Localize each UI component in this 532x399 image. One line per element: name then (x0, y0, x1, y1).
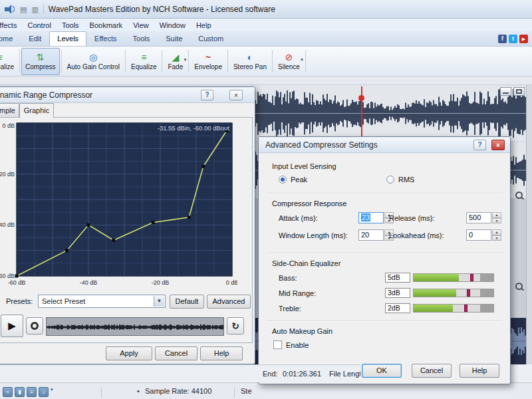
slider-handle[interactable] (467, 289, 470, 297)
play-button[interactable] (1, 315, 23, 337)
tab-custom[interactable]: Custom (190, 31, 231, 46)
status-list-icon[interactable] (27, 387, 37, 397)
svg-text:0 dB: 0 dB (226, 279, 237, 286)
normalize-button[interactable]: Normalize (0, 48, 18, 75)
wavepad-window: ▤ ▥ WavePad Masters Edition by NCH Softw… (0, 0, 532, 399)
menu-help[interactable]: Help (191, 20, 217, 31)
envelope-button[interactable]: Envelope (190, 48, 226, 75)
tab-effects[interactable]: Effects (86, 31, 124, 46)
facebook-icon[interactable] (498, 35, 507, 43)
zoom-icon[interactable] (515, 282, 524, 291)
equalize-button[interactable]: Equalize (127, 48, 160, 75)
tab-suite[interactable]: Suite (158, 31, 190, 46)
youtube-icon[interactable] (519, 35, 528, 43)
dropdown-arrow-icon[interactable] (154, 296, 164, 307)
auto-gain-control-button[interactable]: Auto Gain Control (63, 48, 124, 75)
default-button[interactable]: Default (170, 295, 204, 309)
close-icon[interactable] (229, 90, 243, 100)
status-wave-icon[interactable] (3, 387, 13, 397)
menu-tools[interactable]: Tools (57, 20, 84, 31)
toolbar-separator (19, 50, 20, 72)
silence-button[interactable]: Silence (274, 48, 304, 75)
status-marker-icon[interactable] (15, 387, 25, 397)
rms-label: RMS (398, 176, 414, 184)
document-icon[interactable]: ▤ (20, 5, 27, 14)
menu-effects[interactable]: Effects (0, 20, 22, 31)
stereo-label: Ste (241, 387, 252, 395)
compression-curve[interactable]: 0 dB-20 dB-40 dB-60 dB-60 dB-40 dB-20 dB… (0, 120, 237, 293)
peak-label: Peak (291, 176, 307, 184)
menu-control[interactable]: Control (22, 20, 56, 31)
zoom-icon[interactable] (515, 191, 524, 200)
dialog-title-bar[interactable]: Dynamic Range Compressor (0, 87, 255, 103)
lookahead-input[interactable]: 0 (466, 229, 491, 241)
record-icon (31, 322, 39, 330)
slider-handle[interactable] (470, 274, 473, 281)
cancel-button[interactable]: Cancel (412, 364, 452, 378)
fade-button[interactable]: Fade (164, 48, 187, 75)
loop-button[interactable] (227, 317, 244, 334)
treble-slider[interactable] (413, 304, 494, 313)
peak-radio[interactable] (279, 176, 287, 184)
cancel-button[interactable]: Cancel (155, 346, 198, 360)
menu-view[interactable]: View (128, 20, 154, 31)
slider-track-end (480, 274, 493, 281)
chevron-down-icon[interactable] (51, 387, 53, 392)
bass-slider[interactable] (413, 273, 494, 282)
tab-tools[interactable]: Tools (125, 31, 158, 46)
apply-button[interactable]: Apply (106, 346, 152, 360)
help-icon[interactable] (473, 140, 486, 150)
child-maximize-button[interactable] (513, 87, 525, 96)
help-button[interactable]: Help (200, 346, 243, 360)
bass-label: Bass: (279, 274, 297, 282)
playback-cursor-handle[interactable] (358, 95, 364, 101)
menu-bar: Effects Control Tools Bookmark View Wind… (0, 19, 532, 31)
normalize-icon (0, 52, 3, 63)
tab-edit[interactable]: Edit (21, 31, 49, 46)
slider-fill (414, 274, 459, 281)
ok-button[interactable]: OK (362, 364, 402, 378)
slider-handle[interactable] (464, 305, 467, 312)
spin-down-icon (492, 218, 501, 224)
status-note-icon[interactable] (39, 387, 49, 397)
envelope-icon (205, 52, 211, 63)
vertical-scrollbar[interactable] (526, 85, 532, 364)
enable-label: Enable (286, 341, 309, 349)
preview-waveform[interactable] (46, 317, 224, 336)
menu-bookmark[interactable]: Bookmark (84, 20, 128, 31)
chevron-down-icon[interactable] (184, 57, 187, 63)
attack-input[interactable]: 23 (358, 212, 384, 223)
preset-select[interactable]: Select Preset (38, 295, 166, 308)
mid-range-slider[interactable] (413, 289, 494, 297)
title-bar: ▤ ▥ WavePad Masters Edition by NCH Softw… (0, 0, 532, 19)
lookahead-spinner[interactable] (492, 229, 501, 241)
close-icon[interactable] (491, 140, 505, 150)
section-divider (267, 321, 502, 322)
record-button[interactable] (26, 317, 43, 334)
release-spinner[interactable] (492, 212, 501, 223)
twitter-icon[interactable] (509, 35, 517, 43)
fade-icon (172, 52, 179, 63)
social-links (498, 35, 532, 46)
tab-graphic[interactable]: Graphic (19, 103, 54, 118)
menu-window[interactable]: Window (154, 20, 191, 31)
chevron-down-icon[interactable] (301, 57, 303, 63)
release-input[interactable]: 500 (466, 212, 491, 223)
advanced-button[interactable]: Advanced (207, 295, 251, 309)
rms-radio[interactable] (386, 176, 394, 184)
auto-gain-icon (89, 52, 97, 63)
child-minimize-button[interactable] (500, 87, 511, 96)
window-length-input[interactable]: 20 (358, 229, 384, 241)
tab-home[interactable]: Home (0, 31, 21, 46)
tab-levels[interactable]: Levels (49, 31, 86, 46)
dialog-title-bar[interactable]: Advanced Compressor Settings (259, 137, 510, 153)
compress-button[interactable]: Compress (21, 48, 60, 75)
stereo-pan-button[interactable]: Stereo Pan (229, 48, 271, 75)
svg-text:0 dB: 0 dB (2, 122, 15, 129)
help-button[interactable]: Help (460, 364, 499, 378)
help-icon[interactable] (201, 90, 213, 100)
status-separator (234, 387, 235, 398)
enable-checkbox[interactable] (273, 340, 282, 349)
clipboard-icon[interactable]: ▥ (31, 5, 38, 14)
tab-simple[interactable]: Simple (0, 103, 19, 117)
